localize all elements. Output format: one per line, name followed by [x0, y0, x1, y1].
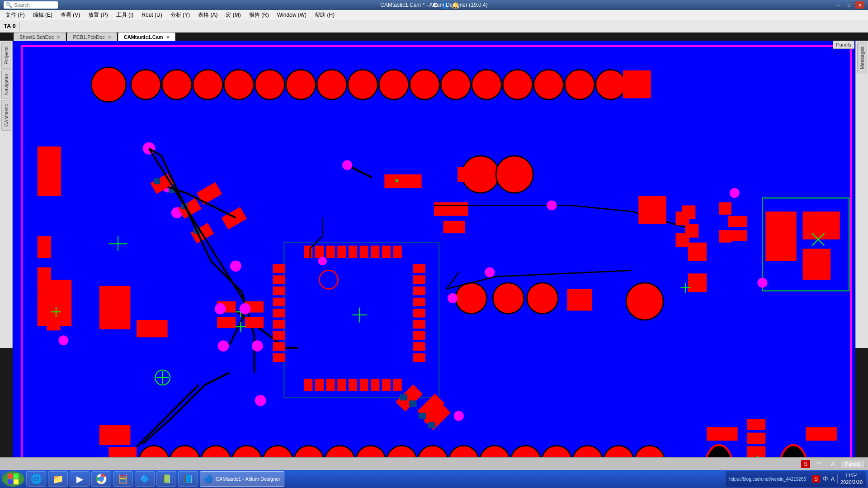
svg-rect-177: [99, 425, 131, 445]
active-app-label: CAMtastic1 - Altium Designer: [216, 476, 280, 482]
svg-rect-17: [623, 70, 651, 99]
statusbar: S 中 A Panels: [0, 457, 868, 470]
menu-item-p[interactable]: 放置 (P): [85, 10, 111, 20]
menu-item-e[interactable]: 编辑 (E): [29, 10, 56, 20]
svg-point-113: [485, 267, 495, 277]
svg-rect-87: [273, 286, 285, 295]
svg-point-16: [596, 70, 626, 99]
menu-item-h[interactable]: 帮助 (H): [311, 10, 338, 20]
toolbar: TA 0: [0, 20, 868, 33]
svg-rect-93: [273, 353, 285, 362]
taskbar-app1[interactable]: 🔷: [135, 471, 155, 487]
tab-camtastic1cam[interactable]: CAMtastic1.Cam✕: [118, 33, 175, 41]
taskbar-app3[interactable]: 📘: [178, 471, 198, 487]
search-area[interactable]: 🔍: [4, 1, 58, 9]
svg-rect-143: [400, 394, 407, 401]
menu-item-routu[interactable]: Rout (U): [138, 11, 165, 19]
svg-rect-167: [747, 419, 765, 430]
svg-point-107: [527, 283, 558, 314]
svg-rect-182: [14, 479, 19, 484]
panels-button[interactable]: Panels: [833, 41, 854, 49]
svg-point-40: [496, 156, 533, 193]
minimize-button[interactable]: ─: [834, 1, 843, 9]
menu-item-y[interactable]: 分析 (Y): [167, 10, 193, 20]
separator: [19, 22, 20, 31]
svg-rect-74: [382, 246, 391, 258]
svg-rect-86: [273, 275, 285, 284]
tab-close-icon[interactable]: ✕: [57, 35, 60, 40]
tray-lang[interactable]: 中: [823, 475, 828, 483]
tray-keyboard[interactable]: A: [831, 476, 835, 482]
svg-rect-136: [47, 317, 60, 330]
svg-point-7: [317, 70, 347, 99]
tab-close-icon[interactable]: ✕: [108, 35, 111, 40]
search-input[interactable]: [14, 2, 55, 8]
left-panel-tab-projects[interactable]: Projects: [1, 42, 11, 69]
menu-item-i[interactable]: 工具 (I): [113, 10, 137, 20]
svg-point-135: [58, 335, 68, 345]
start-button[interactable]: [2, 471, 24, 487]
svg-rect-89: [273, 309, 285, 317]
close-button[interactable]: ✕: [855, 1, 864, 9]
tab-sheet1schdoc[interactable]: Sheet1.SchDoc✕: [14, 33, 66, 41]
taskbar-app2[interactable]: 📗: [156, 471, 176, 487]
menu-item-a[interactable]: 表格 (A): [194, 10, 221, 20]
tab-close-icon[interactable]: ✕: [166, 35, 170, 40]
tray-separator: [809, 474, 809, 483]
svg-rect-70: [337, 246, 346, 258]
svg-point-9: [379, 70, 409, 99]
taskbar-explorer[interactable]: 📁: [48, 471, 68, 487]
taskbar-chrome[interactable]: [91, 471, 111, 487]
tray-time: 11:54: [840, 472, 863, 479]
svg-rect-75: [393, 246, 402, 258]
svg-point-1: [131, 70, 161, 99]
ime-indicator[interactable]: S: [801, 460, 810, 468]
svg-point-106: [493, 283, 524, 314]
menu-item-f[interactable]: 文件 (F): [2, 10, 28, 20]
svg-rect-97: [413, 298, 425, 306]
ta-label: TA 0: [2, 23, 18, 29]
panels-label[interactable]: Panels: [841, 460, 864, 468]
svg-rect-51: [803, 249, 831, 280]
left-panel: ProjectsNavigatorCAMtastic: [0, 41, 13, 348]
svg-point-8: [348, 70, 377, 99]
lang-indicator[interactable]: 中: [814, 459, 825, 469]
svg-rect-18: [38, 146, 61, 196]
svg-rect-85: [273, 264, 285, 273]
svg-rect-92: [273, 342, 285, 351]
menu-item-windoww[interactable]: Window (W): [274, 11, 310, 19]
svg-point-131: [230, 260, 241, 272]
svg-rect-78: [326, 379, 335, 391]
tray-datetime[interactable]: 11:54 2020/2/20: [840, 472, 863, 486]
menu-item-m[interactable]: 宏 (M): [222, 10, 244, 20]
tray-separator2: [837, 474, 838, 483]
left-panel-tab-navigator[interactable]: Navigator: [1, 70, 11, 99]
tray-ime[interactable]: S: [812, 475, 820, 483]
search-icon: 🔍: [5, 2, 12, 8]
taskbar-calc[interactable]: 🧮: [113, 471, 133, 487]
maximize-button[interactable]: □: [844, 1, 854, 9]
right-panel: Messages: [855, 41, 868, 348]
tab-pcb1pcbdoc[interactable]: PCB1.PcbDoc✕: [67, 33, 117, 41]
menu-item-r[interactable]: 报告 (R): [245, 10, 273, 20]
svg-point-6: [286, 70, 316, 99]
messages-panel-tab[interactable]: Messages: [857, 42, 867, 73]
svg-point-12: [472, 70, 502, 99]
keyboard-indicator[interactable]: A: [828, 460, 837, 468]
taskbar-active-app[interactable]: 🔵 CAMtastic1 - Altium Designer: [200, 471, 284, 487]
svg-rect-57: [728, 230, 747, 241]
pcb-canvas[interactable]: +: [13, 41, 855, 475]
taskbar-media[interactable]: ▶: [70, 471, 90, 487]
svg-rect-54: [719, 202, 731, 215]
svg-point-15: [565, 70, 594, 99]
svg-rect-35: [384, 174, 421, 188]
menu-item-v[interactable]: 查看 (V): [57, 10, 84, 20]
svg-rect-181: [8, 479, 13, 484]
taskbar-ie[interactable]: 🌐: [26, 471, 46, 487]
svg-rect-42: [434, 202, 468, 216]
tabs-bar: Sheet1.SchDoc✕PCB1.PcbDoc✕CAMtastic1.Cam…: [14, 33, 175, 41]
svg-point-129: [252, 340, 263, 352]
left-panel-tab-camtastic[interactable]: CAMtastic: [1, 100, 11, 131]
svg-rect-31: [154, 178, 160, 184]
svg-rect-80: [349, 379, 357, 391]
